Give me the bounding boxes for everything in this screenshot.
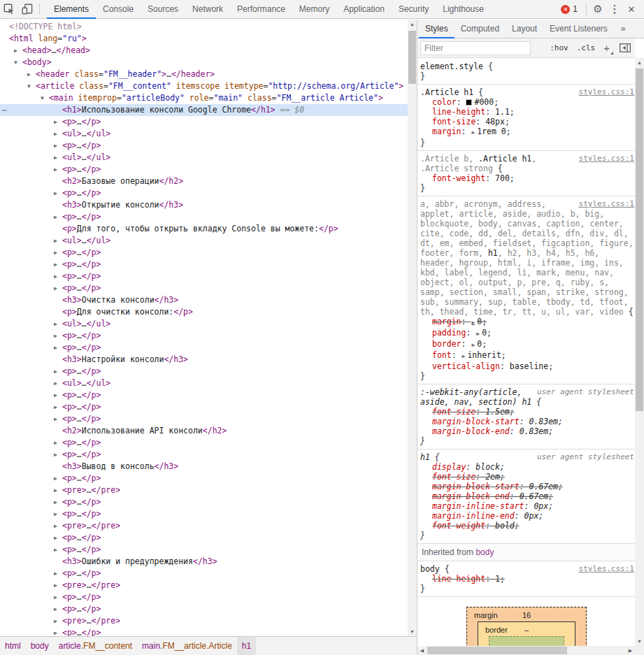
css-property[interactable]: font: ▶inherit; xyxy=(420,350,634,361)
disclosure-arrow-icon[interactable]: ▶ xyxy=(54,449,62,461)
tree-row[interactable]: ▶<p>…</p> xyxy=(0,389,408,401)
collapsed-content[interactable]: … xyxy=(77,212,82,222)
disclosure-arrow-icon[interactable]: ▼ xyxy=(41,92,49,104)
scroll-up-icon[interactable]: ▲ xyxy=(408,20,417,29)
tree-row[interactable]: ▶<p>…</p> xyxy=(0,401,408,413)
scroll-right-icon[interactable]: ▶ xyxy=(626,646,635,655)
collapsed-content[interactable]: … xyxy=(77,117,82,127)
breadcrumb-item-main[interactable]: main.FM__article.Article xyxy=(137,637,237,655)
collapsed-content[interactable]: … xyxy=(77,141,82,150)
disclosure-arrow-icon[interactable]: ▶ xyxy=(54,318,62,330)
tree-row[interactable]: <h3>Вывод в консоль</h3> xyxy=(0,461,408,473)
css-property[interactable]: vertical-align: baseline; xyxy=(420,361,634,371)
scrollbar-thumb[interactable] xyxy=(427,647,567,654)
css-property[interactable]: margin-inline-end: 0px; xyxy=(420,511,634,521)
css-property[interactable]: line-height: 1; xyxy=(420,574,634,584)
tab-sources[interactable]: Sources xyxy=(141,0,185,19)
css-property[interactable]: margin-block-start: 0.83em; xyxy=(420,417,634,426)
tree-row[interactable]: ▶<p>…</p> xyxy=(0,164,408,175)
sidebar-tab-layout[interactable]: Layout xyxy=(506,20,543,38)
tree-row[interactable]: ▶<head>…</head> xyxy=(0,45,408,57)
scroll-down-icon[interactable]: ▼ xyxy=(635,637,644,646)
selector[interactable]: , h2, h3, h4, h5, h6, header, hgroup, ht… xyxy=(420,248,629,317)
toggle-element-state-button[interactable]: :hov xyxy=(550,43,568,52)
toggle-sidebar-icon[interactable] xyxy=(620,43,631,52)
tree-row[interactable]: ▶<ul>…</ul> xyxy=(0,152,408,164)
stylesheet-link[interactable]: styles.css:1 xyxy=(579,564,634,574)
inspect-element-icon[interactable] xyxy=(0,0,18,18)
scroll-left-icon[interactable]: ◀ xyxy=(417,646,427,655)
tree-row[interactable]: ▶<p>…</p> xyxy=(0,532,408,544)
tree-row[interactable]: ▶<p>…</p> xyxy=(0,282,408,294)
css-property[interactable]: color: #000; xyxy=(420,97,634,107)
tree-row[interactable]: <p>Для очистки консоли:</p> xyxy=(0,306,408,318)
tab-elements[interactable]: Elements xyxy=(47,0,96,19)
disclosure-arrow-icon[interactable]: ▶ xyxy=(54,211,62,223)
collapsed-content[interactable]: … xyxy=(77,497,82,507)
sidebar-tab-styles[interactable]: Styles xyxy=(419,20,455,38)
collapsed-content[interactable]: … xyxy=(77,628,82,636)
selector[interactable]: h1 xyxy=(488,248,498,258)
disclosure-arrow-icon[interactable]: ▶ xyxy=(54,603,62,615)
disclosure-arrow-icon[interactable]: ▶ xyxy=(54,627,62,636)
inherited-node-link[interactable]: body xyxy=(475,547,494,557)
tree-row[interactable]: ▶<p>…</p> xyxy=(0,496,408,508)
disclosure-arrow-icon[interactable]: ▶ xyxy=(54,544,62,556)
scroll-down-icon[interactable]: ▼ xyxy=(408,627,417,636)
css-property[interactable]: line-height: 1.1; xyxy=(420,107,634,117)
disclosure-arrow-icon[interactable]: ▶ xyxy=(54,164,62,175)
disclosure-arrow-icon[interactable]: ▶ xyxy=(54,520,62,532)
tree-row[interactable]: <html lang="ru"> xyxy=(0,33,408,45)
tab-application[interactable]: Application xyxy=(336,0,392,19)
disclosure-arrow-icon[interactable]: ▶ xyxy=(54,437,62,449)
tree-row[interactable]: ▶<p>…</p> xyxy=(0,544,408,556)
breadcrumb-item-article[interactable]: article.FM__content xyxy=(54,637,137,655)
disclosure-arrow-icon[interactable]: ▶ xyxy=(27,69,36,80)
styles-filter-input[interactable] xyxy=(420,41,531,55)
tree-row[interactable]: ▶<p>…</p> xyxy=(0,603,408,615)
box-model-border[interactable]: border– xyxy=(478,621,575,646)
collapsed-content[interactable]: … xyxy=(77,343,82,352)
tab-lighthouse[interactable]: Lighthouse xyxy=(436,0,491,19)
tree-row[interactable]: ▶<p>…</p> xyxy=(0,473,408,484)
tree-row[interactable]: <h3>Настройки консоли</h3> xyxy=(0,354,408,366)
css-property[interactable]: margin-block-start: 0.67em; xyxy=(420,482,634,491)
tree-row[interactable]: ▶<p>…</p> xyxy=(0,271,408,282)
box-model-margin[interactable]: margin16border– xyxy=(466,607,587,646)
disclosure-arrow-icon[interactable]: ▶ xyxy=(54,282,62,294)
tree-row[interactable]: ▶<p>…</p> xyxy=(0,330,408,342)
collapsed-content[interactable]: … xyxy=(77,331,82,340)
css-property[interactable]: border: ▶0; xyxy=(420,339,634,350)
selector[interactable]: :-webkit-any(article, aside, nav, sectio… xyxy=(420,387,531,407)
collapsed-content[interactable]: … xyxy=(82,236,87,245)
collapsed-content[interactable]: … xyxy=(77,414,82,424)
stylesheet-link[interactable]: styles.css:1 xyxy=(579,87,634,97)
selector[interactable]: h1 xyxy=(420,452,430,462)
disclosure-arrow-icon[interactable]: ▶ xyxy=(54,401,62,413)
settings-gear-icon[interactable]: ⚙ xyxy=(589,0,606,18)
tree-row[interactable]: ▶<pre>…</pre> xyxy=(0,580,408,591)
stylesheet-link[interactable]: styles.css:1 xyxy=(579,154,634,164)
disclosure-arrow-icon[interactable]: ▼ xyxy=(14,57,22,69)
disclosure-arrow-icon[interactable]: ▶ xyxy=(54,128,62,140)
styles-horizontal-scrollbar[interactable]: ◀ ▶ xyxy=(417,646,635,655)
tree-row[interactable]: ⋯<h1>Использование консоли Google Chrome… xyxy=(0,104,408,116)
disclosure-arrow-icon[interactable]: ▶ xyxy=(54,366,62,377)
scrollbar-thumb[interactable] xyxy=(636,69,643,411)
disclosure-arrow-icon[interactable]: ▶ xyxy=(54,473,62,484)
collapsed-content[interactable]: … xyxy=(77,259,82,269)
error-badge[interactable]: ✕ 1 xyxy=(561,4,578,14)
collapsed-content[interactable]: … xyxy=(87,485,92,495)
collapsed-content[interactable]: … xyxy=(77,545,82,554)
tree-row[interactable]: ▶<ul>…</ul> xyxy=(0,235,408,247)
tree-row[interactable]: ▶<p>…</p> xyxy=(0,627,408,636)
tree-row[interactable]: ▶<p>…</p> xyxy=(0,211,408,223)
tree-row[interactable]: ▶<ul>…</ul> xyxy=(0,377,408,389)
css-property[interactable]: margin-block-end: 0.67em; xyxy=(420,491,634,501)
collapsed-content[interactable]: … xyxy=(77,402,82,412)
disclosure-arrow-icon[interactable]: ▶ xyxy=(54,591,62,603)
css-property[interactable]: font-size: 48px; xyxy=(420,117,634,127)
collapsed-content[interactable]: … xyxy=(87,616,92,626)
tab-console[interactable]: Console xyxy=(96,0,141,19)
tree-row[interactable]: ▶<p>…</p> xyxy=(0,116,408,128)
